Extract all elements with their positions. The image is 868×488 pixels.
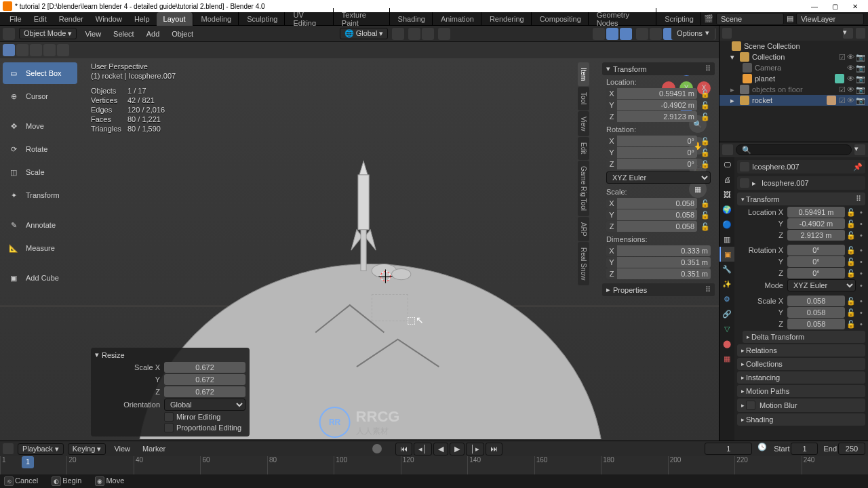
prop-scy[interactable]: 0.058 (787, 307, 845, 318)
menu-help[interactable]: Help (129, 14, 155, 24)
tab-physics-icon[interactable]: ⚙ (719, 291, 734, 306)
jump-start-button[interactable]: ⏮ (395, 443, 412, 455)
viewport-menu-add[interactable]: Add (142, 28, 164, 39)
lock-icon[interactable]: 🔓 (700, 89, 711, 98)
outliner-row-planet[interactable]: planet👁📷 (719, 73, 868, 84)
outliner-row-camera[interactable]: Camera👁📷 (719, 62, 868, 73)
location-y-input[interactable]: -0.4902 m (617, 100, 697, 110)
start-frame-input[interactable]: 1 (791, 443, 818, 455)
properties-options-icon[interactable]: ▾ (854, 144, 865, 155)
rotation-z-input[interactable]: 0° (617, 159, 697, 169)
snap-type-dropdown[interactable] (422, 28, 434, 40)
timeline-playhead[interactable]: 1 (22, 456, 34, 468)
dim-z-input[interactable]: 0.351 m (617, 268, 711, 279)
prop-scz[interactable]: 0.058 (787, 319, 845, 329)
overlay-toggle[interactable] (620, 28, 632, 40)
viewport-options-dropdown[interactable]: Options ▾ (671, 26, 715, 40)
tool-cursor[interactable]: ⊕Cursor (3, 85, 77, 107)
properties-editor-icon[interactable] (722, 144, 733, 155)
dim-y-input[interactable]: 0.351 m (617, 257, 711, 268)
tab-object-icon[interactable]: ▣ (719, 247, 734, 262)
scale-y-input[interactable]: 0.058 (617, 209, 697, 220)
viewport-menu-object[interactable]: Object (167, 28, 197, 39)
3d-viewport[interactable]: ⬚↖ ▭Select Box ⊕Cursor ✥Move ⟳Rotate ◫Sc… (0, 58, 719, 441)
dim-x-input[interactable]: 0.333 m (617, 245, 711, 256)
tab-texture-icon[interactable]: ▦ (719, 351, 734, 366)
properties-search-input[interactable] (736, 144, 852, 155)
object-visibility-dropdown[interactable] (593, 28, 605, 40)
scale-x-input[interactable]: 0.058 (617, 198, 697, 209)
tool-move[interactable]: ✥Move (3, 115, 77, 137)
select-mode-set[interactable] (3, 44, 15, 56)
prop-motion-paths[interactable]: Motion Paths (737, 385, 865, 397)
npanel-tab-tool[interactable]: Tool (578, 87, 589, 110)
transform-orientation-dropdown[interactable]: 🌐 Global ▾ (340, 28, 389, 39)
menu-file[interactable]: File (4, 14, 27, 24)
outliner-row-scene-collection[interactable]: Scene Collection (719, 41, 868, 52)
workspace-tab-modeling[interactable]: Modeling (195, 12, 239, 26)
maximize-button[interactable]: ▢ (825, 3, 845, 10)
visibility-icon[interactable]: 👁 (847, 53, 854, 62)
keyframe-next-button[interactable]: │▸ (466, 443, 484, 455)
prop-locx[interactable]: 0.59491 m (787, 207, 845, 218)
outliner-new-collection-icon[interactable] (856, 28, 865, 39)
pin-icon[interactable]: 📌 (853, 163, 863, 171)
prop-delta-transform[interactable]: Delta Transform (743, 331, 865, 343)
prop-locy[interactable]: -0.4902 m (787, 218, 845, 229)
prop-shading[interactable]: Shading (737, 413, 865, 426)
outliner-row-objects-on-floor[interactable]: ▸objects on floor☑👁📷 (719, 84, 868, 95)
npanel-transform-header[interactable]: ▾Transform⠿ (602, 62, 715, 75)
npanel-tab-arp[interactable]: ARP (578, 217, 589, 242)
prop-relations[interactable]: Relations (737, 344, 865, 357)
tab-constraints-icon[interactable]: 🔗 (719, 306, 734, 321)
tab-render-icon[interactable]: 🖵 (719, 157, 734, 172)
prop-scx[interactable]: 0.058 (787, 296, 845, 306)
rotation-mode-select[interactable]: XYZ Euler (606, 171, 711, 184)
redo-panel-header[interactable]: ▾Resize (95, 350, 245, 359)
redo-orientation-select[interactable]: Global (164, 399, 245, 411)
keyframe-prev-button[interactable]: ◂│ (414, 443, 432, 455)
autokey-icon[interactable] (372, 444, 382, 453)
location-x-input[interactable]: 0.59491 m (617, 88, 697, 99)
xray-toggle[interactable] (636, 28, 648, 40)
timeline-keying-menu[interactable]: Keying ▾ (68, 443, 106, 455)
close-button[interactable]: ✕ (845, 3, 865, 10)
select-mode-extend[interactable] (16, 44, 28, 56)
viewport-menu-view[interactable]: View (81, 28, 105, 39)
outliner-filter-icon[interactable]: ▾ (843, 28, 852, 39)
prop-rotmode[interactable]: XYZ Euler (787, 279, 856, 291)
tab-output-icon[interactable]: 🖨 (719, 172, 734, 187)
tool-select-box[interactable]: ▭Select Box (3, 62, 77, 84)
current-frame-input[interactable]: 1 (705, 443, 752, 455)
prop-rotz[interactable]: 0° (787, 268, 845, 279)
menu-edit[interactable]: Edit (28, 14, 52, 24)
end-frame-input[interactable]: 250 (838, 443, 865, 455)
tab-viewlayer-icon[interactable]: 🖼 (719, 187, 734, 202)
prop-motion-blur[interactable]: Motion Blur (737, 399, 865, 412)
workspace-tab-animation[interactable]: Animation (434, 12, 481, 26)
tab-collection-icon[interactable]: ▥ (719, 232, 734, 247)
scale-z-input[interactable]: 0.058 (617, 221, 697, 232)
tool-transform[interactable]: ✦Transform (3, 184, 77, 206)
scene-name-input[interactable] (716, 13, 784, 25)
menu-window[interactable]: Window (90, 14, 127, 24)
mirror-editing-checkbox[interactable] (164, 412, 174, 422)
workspace-tab-layout[interactable]: Layout (157, 12, 193, 26)
tool-annotate[interactable]: ✎Annotate (3, 214, 77, 236)
outliner-row-collection[interactable]: ▾Collection☑👁📷 (719, 52, 868, 62)
proportional-editing-checkbox[interactable] (164, 423, 174, 432)
timeline-ruler[interactable]: 1 20 40 60 80 100 120 140 160 180 200 22… (0, 456, 868, 475)
minimize-button[interactable]: — (804, 3, 825, 10)
proportional-edit-toggle[interactable] (438, 28, 450, 40)
npanel-tab-gamerig[interactable]: Game Rig Tool (578, 161, 589, 216)
tool-scale[interactable]: ◫Scale (3, 161, 77, 183)
preview-range-icon[interactable]: 🕓 (757, 443, 768, 453)
workspace-tab-shading[interactable]: Shading (391, 12, 433, 26)
disable-render-icon[interactable]: 📷 (856, 53, 865, 62)
npanel-tab-edit[interactable]: Edit (578, 137, 589, 159)
tab-scene-icon[interactable]: 🌍 (719, 202, 734, 217)
properties-crumb-object[interactable]: Icosphere.007📌 (737, 160, 865, 174)
npanel-tab-realsnow[interactable]: Real Snow (578, 242, 589, 285)
interaction-mode-dropdown[interactable]: Object Mode ▾ (19, 28, 77, 39)
rotation-y-input[interactable]: 0° (617, 147, 697, 158)
